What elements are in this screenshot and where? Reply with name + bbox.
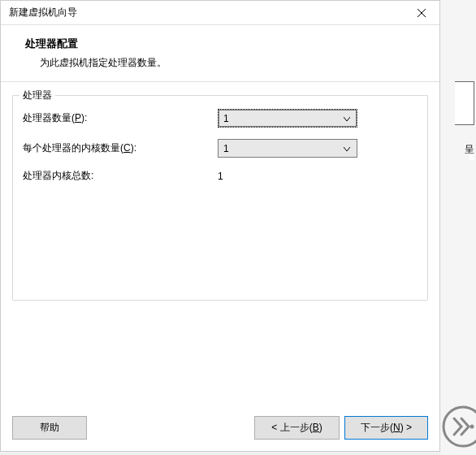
wizard-content: 处理器 处理器数量(P): 1 每个处理器的内核数量(C): (1, 82, 439, 408)
svg-point-3 (470, 425, 474, 429)
select-processor-count[interactable]: 1 (218, 109, 357, 128)
fieldset-legend: 处理器 (19, 89, 55, 102)
help-button[interactable]: 帮助 (12, 416, 87, 440)
label-cores-per-processor: 每个处理器的内核数量(C): (23, 141, 218, 155)
header-title: 处理器配置 (25, 37, 423, 51)
footer-nav: < 上一步(B) 下一步(N) > (254, 416, 428, 440)
select-cores-per-processor[interactable]: 1 (218, 139, 357, 158)
chevron-down-icon (340, 143, 353, 154)
chevron-down-icon (340, 113, 353, 124)
label-processor-count: 处理器数量(P): (23, 111, 218, 125)
wizard-dialog: 新建虚拟机向导 处理器配置 为此虚拟机指定处理器数量。 处理器 处理器数量(P)… (0, 0, 440, 452)
dialog-title: 新建虚拟机向导 (9, 6, 77, 20)
close-button[interactable] (403, 1, 439, 25)
row-processor-count: 处理器数量(P): 1 (23, 109, 418, 128)
back-button[interactable]: < 上一步(B) (254, 416, 340, 440)
value-processor-count: 1 (218, 109, 418, 128)
background-fragment (455, 81, 474, 125)
row-total-cores: 处理器内核总数: 1 (23, 169, 418, 183)
background-fragment (470, 155, 474, 160)
next-button[interactable]: 下一步(N) > (344, 416, 428, 440)
header-subtitle: 为此虚拟机指定处理器数量。 (40, 56, 423, 70)
titlebar: 新建虚拟机向导 (1, 1, 439, 25)
value-cores-per-processor: 1 (218, 139, 418, 158)
close-icon (418, 9, 426, 17)
watermark-logo (442, 405, 476, 450)
label-total-cores: 处理器内核总数: (23, 169, 218, 183)
row-cores-per-processor: 每个处理器的内核数量(C): 1 (23, 139, 418, 158)
processors-fieldset: 处理器 处理器数量(P): 1 每个处理器的内核数量(C): (12, 95, 428, 301)
background-strip: 呈 (440, 0, 476, 455)
wizard-footer: 帮助 < 上一步(B) 下一步(N) > (1, 408, 439, 451)
value-total-cores: 1 (218, 171, 418, 182)
wizard-header: 处理器配置 为此虚拟机指定处理器数量。 (1, 25, 439, 82)
